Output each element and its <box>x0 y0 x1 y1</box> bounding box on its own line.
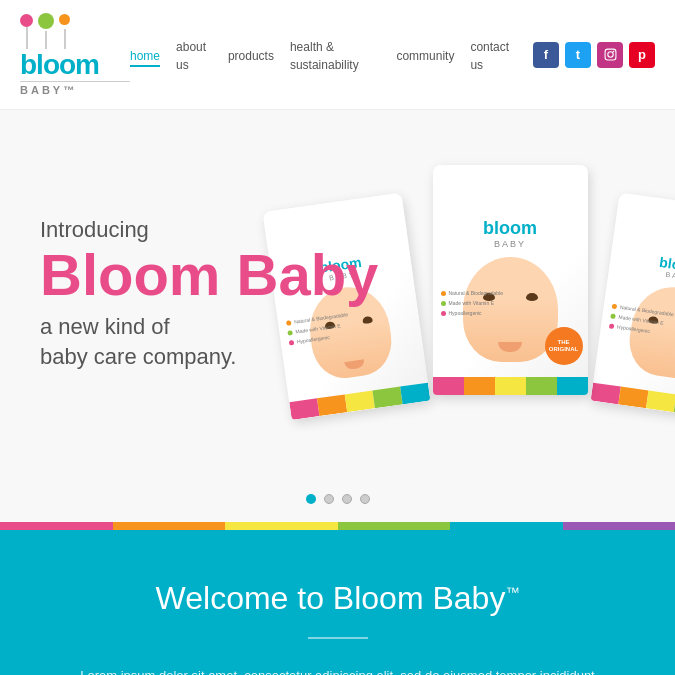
page-dot-4[interactable] <box>360 494 370 504</box>
instagram-icon[interactable] <box>597 42 623 68</box>
nav-area: home about us products health & sustaina… <box>130 37 655 73</box>
nav-link-about[interactable]: about us <box>176 40 206 72</box>
welcome-section: Welcome to Bloom Baby™ Lorem ipsum dolor… <box>0 530 675 675</box>
hero-introducing: Introducing <box>40 217 635 243</box>
facebook-icon[interactable]: f <box>533 42 559 68</box>
color-bar <box>0 522 675 530</box>
page-dot-1[interactable] <box>306 494 316 504</box>
color-seg-pink <box>0 522 113 530</box>
svg-point-1 <box>607 52 612 57</box>
header: bloom BABY™ home about us products healt… <box>0 0 675 110</box>
social-icons: f t p <box>533 42 655 68</box>
hero-text: Introducing Bloom Baby a new kind of bab… <box>0 177 675 413</box>
logo: bloom BABY™ <box>20 13 130 96</box>
hero-subtitle: a new kind of baby care company. <box>40 312 635 374</box>
main-nav: home about us products health & sustaina… <box>130 37 513 73</box>
color-seg-orange <box>113 522 226 530</box>
welcome-divider <box>308 637 368 639</box>
svg-rect-0 <box>605 49 616 60</box>
nav-link-products[interactable]: products <box>228 49 274 63</box>
twitter-icon[interactable]: t <box>565 42 591 68</box>
hero-section: Introducing Bloom Baby a new kind of bab… <box>0 110 675 480</box>
nav-item-products[interactable]: products <box>228 46 274 64</box>
logo-icon <box>20 13 130 49</box>
logo-subtitle: BABY™ <box>20 81 130 96</box>
pagination <box>0 480 675 522</box>
hero-title: Bloom Baby <box>40 243 635 307</box>
welcome-body: Lorem ipsum dolor sit amet, consectetur … <box>80 664 595 675</box>
nav-item-community[interactable]: community <box>396 46 454 64</box>
welcome-title: Welcome to Bloom Baby™ <box>80 580 595 617</box>
svg-point-2 <box>612 51 614 53</box>
nav-item-home[interactable]: home <box>130 46 160 64</box>
color-seg-yellow <box>225 522 338 530</box>
nav-list: home about us products health & sustaina… <box>130 37 513 73</box>
nav-link-health[interactable]: health & sustainability <box>290 40 359 72</box>
page-dot-3[interactable] <box>342 494 352 504</box>
nav-item-contact[interactable]: contact us <box>470 37 513 73</box>
nav-link-community[interactable]: community <box>396 49 454 63</box>
pinterest-icon[interactable]: p <box>629 42 655 68</box>
nav-item-about[interactable]: about us <box>176 37 212 73</box>
logo-text: bloom <box>20 51 130 79</box>
nav-link-contact[interactable]: contact us <box>470 40 509 72</box>
color-seg-teal <box>450 522 563 530</box>
color-seg-purple <box>563 522 676 530</box>
color-seg-green <box>338 522 451 530</box>
nav-item-health[interactable]: health & sustainability <box>290 37 380 73</box>
nav-link-home[interactable]: home <box>130 49 160 67</box>
page-dot-2[interactable] <box>324 494 334 504</box>
